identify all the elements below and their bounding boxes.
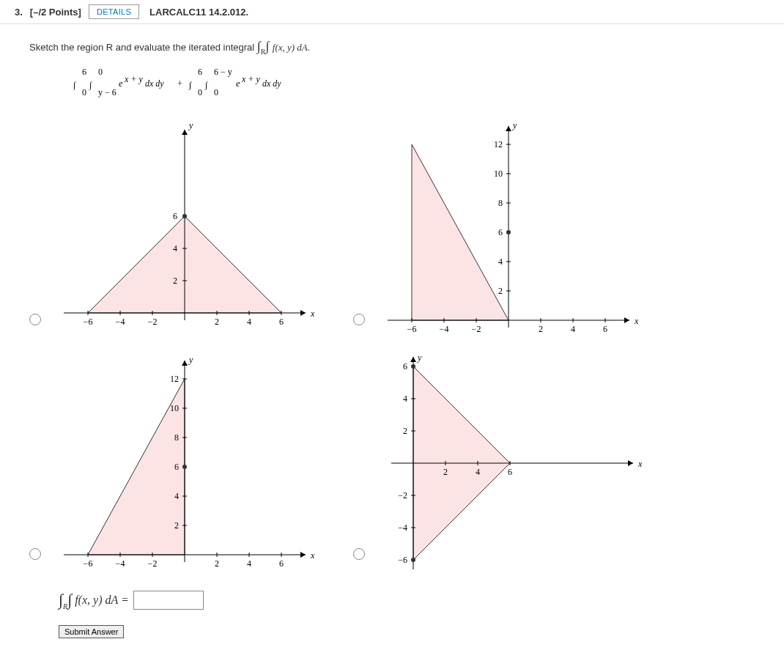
svg-text:4: 4: [476, 467, 480, 477]
svg-text:0: 0: [214, 87, 218, 97]
svg-text:−6: −6: [407, 324, 417, 334]
question-header: 3. [–/2 Points] DETAILS LARCALC11 14.2.0…: [0, 0, 784, 24]
svg-text:6: 6: [508, 467, 512, 477]
svg-text:2: 2: [174, 520, 179, 531]
svg-text:y: y: [512, 120, 517, 130]
choice-b: −6 −4 −2 2 4 6 2 4 6 8 10 12: [353, 119, 648, 339]
svg-text:2: 2: [215, 317, 219, 327]
svg-text:12: 12: [170, 374, 179, 384]
svg-text:−2: −2: [472, 324, 481, 334]
svg-text:∫: ∫: [204, 80, 208, 90]
svg-text:∫: ∫: [188, 80, 192, 90]
svg-marker-48: [506, 126, 511, 131]
svg-text:10: 10: [494, 169, 503, 179]
svg-point-72: [506, 230, 511, 235]
svg-text:x + y: x + y: [124, 74, 143, 84]
svg-point-41: [182, 214, 187, 218]
plot-b: −6 −4 −2 2 4 6 2 4 6 8 10 12: [369, 119, 648, 339]
plot-a: −6 −4 −2 2 4 6 2 4 6 x y: [45, 119, 324, 339]
assignment-ref: LARCALC11 14.2.012.: [149, 7, 248, 18]
svg-text:e: e: [119, 78, 123, 89]
answer-integral-symbol: ∫R∫: [59, 591, 72, 610]
svg-text:6: 6: [279, 317, 284, 327]
svg-text:x: x: [310, 309, 315, 319]
svg-text:x + y: x + y: [241, 74, 260, 84]
answer-row: ∫R∫ f(x, y) dA =: [59, 591, 755, 610]
svg-marker-79: [182, 361, 188, 366]
svg-point-103: [182, 465, 187, 469]
svg-marker-77: [300, 552, 306, 558]
svg-text:8: 8: [498, 198, 503, 208]
svg-text:4: 4: [498, 256, 503, 267]
svg-text:y: y: [417, 353, 422, 363]
svg-text:2: 2: [498, 286, 503, 296]
radio-a[interactable]: [29, 314, 41, 325]
svg-text:0: 0: [198, 87, 202, 97]
svg-text:6: 6: [603, 324, 607, 334]
iterated-integral-expression: ∫ 6 0 ∫ 0 y − 6 e x + y dx dy + ∫ 6 0 ∫ …: [73, 66, 755, 106]
svg-text:2: 2: [403, 426, 407, 436]
svg-text:0: 0: [98, 67, 103, 77]
svg-text:2: 2: [539, 324, 543, 334]
submit-answer-button[interactable]: Submit Answer: [59, 625, 124, 638]
svg-text:y: y: [188, 120, 193, 130]
svg-text:12: 12: [494, 139, 503, 149]
plot-d: 2 4 6 2 4 6 −2 −4 −6 x y: [369, 353, 648, 573]
answer-lhs: f(x, y) dA =: [75, 594, 129, 607]
svg-marker-21: [300, 310, 306, 316]
svg-text:+: +: [177, 78, 182, 89]
svg-text:6: 6: [82, 67, 86, 77]
svg-text:−4: −4: [398, 523, 407, 533]
prompt-integrand: f(x, y) dA.: [273, 42, 310, 53]
svg-text:6: 6: [198, 67, 202, 77]
svg-text:−2: −2: [148, 558, 158, 569]
svg-text:4: 4: [174, 491, 179, 501]
svg-text:−4: −4: [116, 558, 125, 569]
svg-text:2: 2: [215, 558, 219, 569]
svg-text:4: 4: [403, 394, 407, 404]
svg-marker-110: [410, 357, 416, 362]
svg-text:2: 2: [173, 276, 177, 286]
svg-text:x: x: [637, 459, 643, 469]
svg-text:y: y: [188, 355, 193, 365]
svg-point-127: [411, 364, 415, 369]
prompt-integral-symbol: ∫R∫: [257, 39, 273, 53]
svg-text:dx dy: dx dy: [145, 78, 164, 89]
svg-text:−4: −4: [116, 317, 125, 327]
svg-text:6: 6: [279, 558, 284, 569]
svg-text:−4: −4: [440, 324, 449, 334]
svg-point-128: [411, 558, 415, 562]
radio-d[interactable]: [353, 548, 365, 560]
details-button[interactable]: DETAILS: [89, 4, 139, 19]
plot-c: −6 −4 −2 2 4 6 2 4 6 8 10 12: [45, 353, 324, 573]
plot-choices: −6 −4 −2 2 4 6 2 4 6 x y: [29, 119, 755, 573]
svg-text:8: 8: [174, 432, 179, 443]
answer-input[interactable]: [133, 591, 204, 610]
svg-text:x: x: [310, 550, 315, 561]
svg-text:4: 4: [247, 317, 251, 327]
svg-text:4: 4: [247, 558, 251, 569]
svg-text:6: 6: [498, 227, 503, 237]
choice-c: −6 −4 −2 2 4 6 2 4 6 8 10 12: [29, 353, 324, 573]
points-label: [–/2 Points]: [30, 7, 81, 18]
svg-text:6: 6: [173, 211, 177, 221]
svg-marker-108: [628, 460, 633, 466]
svg-marker-46: [624, 317, 629, 323]
svg-text:dx dy: dx dy: [262, 78, 281, 89]
svg-text:4: 4: [571, 324, 575, 334]
radio-c[interactable]: [29, 548, 41, 560]
prompt-before: Sketch the region R and evaluate the ite…: [29, 42, 257, 53]
svg-text:−6: −6: [398, 555, 407, 565]
choice-a: −6 −4 −2 2 4 6 2 4 6 x y: [29, 119, 324, 339]
question-number: 3.: [15, 7, 23, 18]
radio-b[interactable]: [353, 314, 365, 325]
prompt-text: Sketch the region R and evaluate the ite…: [29, 39, 755, 56]
svg-text:∫: ∫: [89, 80, 92, 90]
svg-text:−6: −6: [84, 317, 93, 327]
svg-text:10: 10: [170, 403, 179, 413]
svg-text:4: 4: [173, 243, 177, 254]
svg-text:∫: ∫: [73, 80, 76, 90]
choice-d: 2 4 6 2 4 6 −2 −4 −6 x y: [353, 353, 648, 573]
svg-text:e: e: [236, 78, 240, 89]
svg-text:−6: −6: [84, 558, 93, 569]
